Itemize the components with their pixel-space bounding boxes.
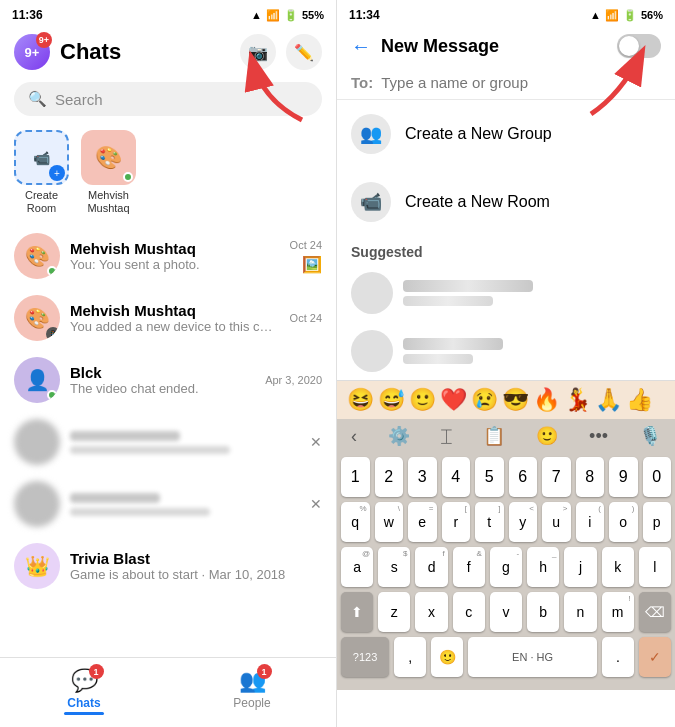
chat-item[interactable]: 👤 Blck The video chat ended. Apr 3, 2020 bbox=[0, 349, 336, 411]
left-title-row: 9+ 9+ Chats bbox=[14, 34, 121, 70]
kb-key-q[interactable]: q% bbox=[341, 502, 370, 542]
kb-shift-key[interactable]: ⬆ bbox=[341, 592, 373, 632]
kb-key-n[interactable]: n bbox=[564, 592, 596, 632]
kb-key-9[interactable]: 9 bbox=[609, 457, 638, 497]
kb-key-t[interactable]: t] bbox=[475, 502, 504, 542]
active-indicator bbox=[64, 712, 104, 715]
emoji-smile[interactable]: 🙂 bbox=[409, 387, 436, 413]
story-mehvish[interactable]: 🎨 MehvishMushtaq bbox=[81, 130, 136, 215]
kb-key-e[interactable]: e= bbox=[408, 502, 437, 542]
camera-icon-button[interactable]: 📷 bbox=[240, 34, 276, 70]
chat-name: Mehvish Mushtaq bbox=[70, 302, 280, 319]
kb-key-d[interactable]: df bbox=[415, 547, 447, 587]
online-dot bbox=[47, 390, 57, 400]
kb-key-p[interactable]: p bbox=[643, 502, 672, 542]
kb-key-g[interactable]: g- bbox=[490, 547, 522, 587]
kb-key-1[interactable]: 1 bbox=[341, 457, 370, 497]
back-button[interactable]: ← bbox=[351, 35, 371, 58]
kb-key-4[interactable]: 4 bbox=[442, 457, 471, 497]
kb-key-3[interactable]: 3 bbox=[408, 457, 437, 497]
kb-cursor-icon[interactable]: ⌶ bbox=[441, 426, 452, 447]
kb-send-key[interactable]: ✓ bbox=[639, 637, 671, 677]
kb-key-i[interactable]: i( bbox=[576, 502, 605, 542]
blurred-chat-item-2[interactable]: ✕ bbox=[0, 473, 336, 535]
chat-item[interactable]: 🎨 Mehvish Mushtaq You: You sent a photo.… bbox=[0, 225, 336, 287]
chat-info: Mehvish Mushtaq You added a new device t… bbox=[70, 302, 280, 334]
trivia-chat-item[interactable]: 👑 Trivia Blast Game is about to start · … bbox=[0, 535, 336, 597]
kb-key-l[interactable]: l bbox=[639, 547, 671, 587]
emoji-laughing[interactable]: 😆 bbox=[347, 387, 374, 413]
emoji-thumbsup[interactable]: 👍 bbox=[626, 387, 653, 413]
suggested-item-1[interactable] bbox=[337, 264, 675, 322]
kb-key-c[interactable]: c bbox=[453, 592, 485, 632]
kb-mic-icon[interactable]: 🎙️ bbox=[639, 425, 661, 447]
kb-key-o[interactable]: o) bbox=[609, 502, 638, 542]
new-message-title: New Message bbox=[381, 36, 607, 57]
kb-more-icon[interactable]: ••• bbox=[589, 426, 608, 447]
kb-key-a[interactable]: a@ bbox=[341, 547, 373, 587]
chat-list: 🎨 Mehvish Mushtaq You: You sent a photo.… bbox=[0, 225, 336, 657]
kb-key-m[interactable]: m! bbox=[602, 592, 634, 632]
create-group-item[interactable]: 👥 Create a New Group bbox=[337, 100, 675, 168]
kb-key-w[interactable]: w\ bbox=[375, 502, 404, 542]
kb-key-h[interactable]: h_ bbox=[527, 547, 559, 587]
emoji-cry[interactable]: 😢 bbox=[471, 387, 498, 413]
kb-back-icon[interactable]: ‹ bbox=[351, 426, 357, 447]
kb-key-z[interactable]: z bbox=[378, 592, 410, 632]
emoji-cool[interactable]: 😎 bbox=[502, 387, 529, 413]
kb-settings-icon[interactable]: ⚙️ bbox=[388, 425, 410, 447]
online-dot bbox=[47, 266, 57, 276]
kb-key-k[interactable]: k bbox=[602, 547, 634, 587]
kb-key-5[interactable]: 5 bbox=[475, 457, 504, 497]
chat-item[interactable]: 🎨 📱 Mehvish Mushtaq You added a new devi… bbox=[0, 287, 336, 349]
kb-key-v[interactable]: v bbox=[490, 592, 522, 632]
search-icon: 🔍 bbox=[28, 90, 47, 108]
kb-key-2[interactable]: 2 bbox=[375, 457, 404, 497]
kb-space-key[interactable]: EN · HG bbox=[468, 637, 596, 677]
story-create-room[interactable]: 📹 + CreateRoom bbox=[14, 130, 69, 215]
suggested-item-2[interactable] bbox=[337, 322, 675, 380]
kb-key-b[interactable]: b bbox=[527, 592, 559, 632]
kb-num-key[interactable]: ?123 bbox=[341, 637, 389, 677]
kb-key-r[interactable]: r[ bbox=[442, 502, 471, 542]
blurred-avatar bbox=[14, 419, 60, 465]
suggested-name-bar-2 bbox=[403, 338, 503, 350]
nav-chats[interactable]: 💬 1 Chats bbox=[0, 664, 168, 719]
emoji-heart[interactable]: ❤️ bbox=[440, 387, 467, 413]
kb-comma-key[interactable]: , bbox=[394, 637, 426, 677]
close-button-2[interactable]: ✕ bbox=[310, 496, 322, 512]
kb-key-s[interactable]: s$ bbox=[378, 547, 410, 587]
kb-key-8[interactable]: 8 bbox=[576, 457, 605, 497]
kb-key-u[interactable]: u> bbox=[542, 502, 571, 542]
emoji-pray[interactable]: 🙏 bbox=[595, 387, 622, 413]
emoji-sweat[interactable]: 😅 bbox=[378, 387, 405, 413]
kb-emoji-icon[interactable]: 🙂 bbox=[536, 425, 558, 447]
kb-key-0[interactable]: 0 bbox=[643, 457, 672, 497]
compose-icon-button[interactable]: ✏️ bbox=[286, 34, 322, 70]
lock-toggle[interactable] bbox=[617, 34, 661, 58]
search-bar[interactable]: 🔍 Search bbox=[14, 82, 322, 116]
to-input[interactable] bbox=[381, 74, 661, 91]
kb-backspace-key[interactable]: ⌫ bbox=[639, 592, 671, 632]
to-row: To: bbox=[337, 66, 675, 100]
create-room-item[interactable]: 📹 Create a New Room bbox=[337, 168, 675, 236]
chat-preview: You: You sent a photo. bbox=[70, 257, 280, 272]
kb-key-x[interactable]: x bbox=[415, 592, 447, 632]
kb-key-7[interactable]: 7 bbox=[542, 457, 571, 497]
kb-key-j[interactable]: j bbox=[564, 547, 596, 587]
chat-avatar: 🎨 📱 bbox=[14, 295, 60, 341]
blurred-chat-item[interactable]: ✕ bbox=[0, 411, 336, 473]
kb-period-key[interactable]: . bbox=[602, 637, 634, 677]
close-button[interactable]: ✕ bbox=[310, 434, 322, 450]
kb-key-6[interactable]: 6 bbox=[509, 457, 538, 497]
user-avatar[interactable]: 9+ 9+ bbox=[14, 34, 50, 70]
nav-people[interactable]: 👥 1 People bbox=[168, 664, 336, 719]
kb-key-y[interactable]: y< bbox=[509, 502, 538, 542]
emoji-dance[interactable]: 💃 bbox=[564, 387, 591, 413]
wifi-icon: 📶 bbox=[266, 9, 280, 22]
emoji-fire[interactable]: 🔥 bbox=[533, 387, 560, 413]
kb-emoji-key[interactable]: 🙂 bbox=[431, 637, 463, 677]
kb-key-f[interactable]: f& bbox=[453, 547, 485, 587]
left-panel: 11:36 ▲ 📶 🔋 55% 9+ 9+ Chats 📷 ✏️ bbox=[0, 0, 337, 727]
kb-clipboard-icon[interactable]: 📋 bbox=[483, 425, 505, 447]
